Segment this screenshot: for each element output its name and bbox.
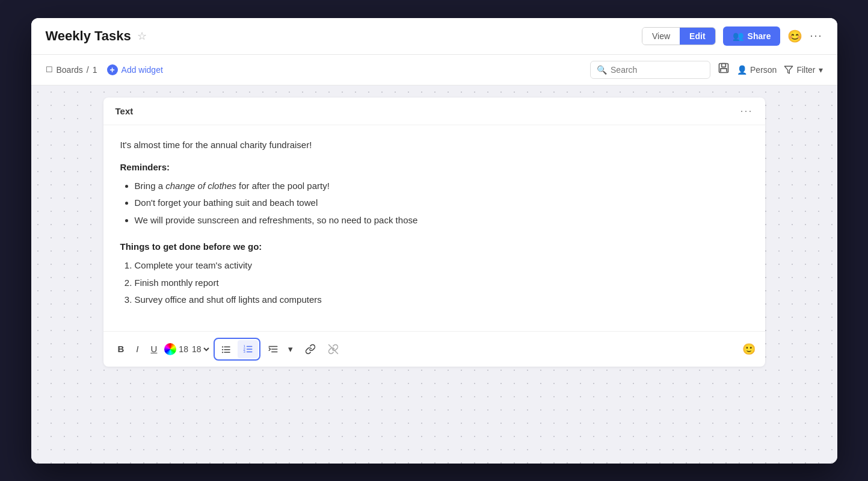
- emoji-picker-button[interactable]: 🙂: [742, 343, 756, 356]
- filter-button[interactable]: Filter ▾: [784, 65, 822, 75]
- color-picker[interactable]: [164, 343, 176, 355]
- list-item: Survey office and shut off lights and co…: [135, 293, 748, 307]
- person-label: Person: [750, 65, 777, 75]
- intro-text: It's almost time for the annual charity …: [120, 140, 748, 150]
- bullet-list-icon: [221, 344, 232, 355]
- add-widget-icon: +: [107, 64, 118, 75]
- reminders-heading: Reminders:: [120, 162, 748, 172]
- add-widget-label: Add widget: [122, 65, 163, 75]
- board-icon: ☐: [46, 65, 53, 74]
- italic-button[interactable]: I: [131, 340, 143, 358]
- main-content: Text ··· It's almost time for the annual…: [31, 85, 837, 464]
- widget-title: Text: [115, 106, 134, 116]
- ordered-list-button[interactable]: 1 2 3: [238, 340, 258, 358]
- font-size-selector[interactable]: 18 18 12 14 16 20 24: [179, 344, 211, 355]
- breadcrumb-number: 1: [93, 65, 97, 75]
- title-bar-left: Weekly Tasks ☆ View Edit: [46, 27, 716, 45]
- title-bar-right: 👥 Share 😊 ···: [723, 26, 823, 46]
- font-size-value: 18: [179, 344, 188, 354]
- list-item: We will provide sunscreen and refreshmen…: [135, 214, 748, 228]
- indent-icon: [268, 344, 279, 355]
- underline-button[interactable]: U: [146, 340, 162, 358]
- ordered-list-icon: 1 2 3: [242, 344, 253, 355]
- svg-point-5: [222, 349, 223, 350]
- save-icon-button[interactable]: [718, 62, 730, 77]
- boards-label[interactable]: Boards: [57, 65, 83, 75]
- search-icon: 🔍: [597, 65, 607, 75]
- breadcrumb-separator: /: [87, 65, 89, 75]
- widget-more-button[interactable]: ···: [740, 105, 753, 117]
- widget-toolbar: B I U 18 18 12 14 16 20 24: [103, 331, 765, 367]
- share-label: Share: [748, 31, 771, 41]
- search-input[interactable]: [611, 65, 704, 75]
- search-box[interactable]: 🔍: [590, 61, 710, 79]
- person-icon: 👤: [737, 65, 747, 75]
- widget-body: It's almost time for the annual charity …: [103, 125, 765, 331]
- app-window: Weekly Tasks ☆ View Edit 👥 Share 😊 ··· ☐…: [31, 18, 837, 464]
- svg-text:3: 3: [243, 350, 245, 353]
- widget-header: Text ···: [103, 98, 765, 125]
- bold-button[interactable]: B: [113, 340, 129, 358]
- link-icon: [305, 344, 316, 355]
- indent-dropdown-button[interactable]: ▾: [283, 340, 298, 358]
- unlink-icon: [328, 344, 339, 355]
- page-title: Weekly Tasks: [46, 28, 131, 44]
- person-button[interactable]: 👤 Person: [737, 65, 777, 75]
- filter-icon: [784, 65, 793, 75]
- toolbar-right: 🙂: [742, 343, 756, 356]
- breadcrumb-bar-right: 🔍 👤 Person Filter ▾: [590, 61, 822, 79]
- star-icon[interactable]: ☆: [137, 29, 147, 43]
- breadcrumb: ☐ Boards / 1: [46, 65, 97, 75]
- add-widget-button[interactable]: + Add widget: [107, 64, 163, 75]
- todo-heading: Things to get done before we go:: [120, 241, 748, 252]
- view-edit-toggle: View Edit: [642, 27, 716, 45]
- emoji-face-button[interactable]: 😊: [787, 29, 802, 43]
- edit-toggle-btn[interactable]: Edit: [680, 28, 715, 45]
- share-button[interactable]: 👥 Share: [723, 26, 781, 46]
- filter-label: Filter: [796, 65, 815, 75]
- share-person-icon: 👥: [733, 31, 744, 42]
- indent-group: ▾: [263, 340, 298, 358]
- svg-rect-1: [722, 64, 726, 67]
- filter-chevron: ▾: [819, 65, 823, 75]
- list-item: Bring a change of clothes for after the …: [135, 179, 748, 193]
- todo-list: Complete your team's activity Finish mon…: [120, 259, 748, 307]
- view-toggle-btn[interactable]: View: [642, 28, 680, 45]
- svg-marker-2: [785, 66, 793, 73]
- indent-button[interactable]: [263, 340, 283, 358]
- text-widget: Text ··· It's almost time for the annual…: [103, 98, 765, 367]
- unlink-button[interactable]: [323, 340, 343, 358]
- more-options-button[interactable]: ···: [810, 29, 822, 42]
- list-type-group: 1 2 3: [214, 338, 260, 361]
- title-bar: Weekly Tasks ☆ View Edit 👥 Share 😊 ···: [31, 18, 837, 55]
- list-item: Don't forget your bathing suit and beach…: [135, 196, 748, 210]
- reminders-list: Bring a change of clothes for after the …: [120, 179, 748, 228]
- list-item: Finish monthly report: [135, 276, 748, 290]
- breadcrumb-bar: ☐ Boards / 1 + Add widget 🔍 👤: [31, 55, 837, 85]
- list-item: Complete your team's activity: [135, 259, 748, 273]
- font-size-dropdown[interactable]: 18 12 14 16 20 24: [189, 344, 211, 355]
- bullet-list-button[interactable]: [216, 340, 236, 358]
- svg-point-3: [222, 346, 223, 347]
- svg-point-7: [222, 352, 223, 353]
- save-icon: [718, 62, 730, 74]
- link-button[interactable]: [300, 340, 321, 358]
